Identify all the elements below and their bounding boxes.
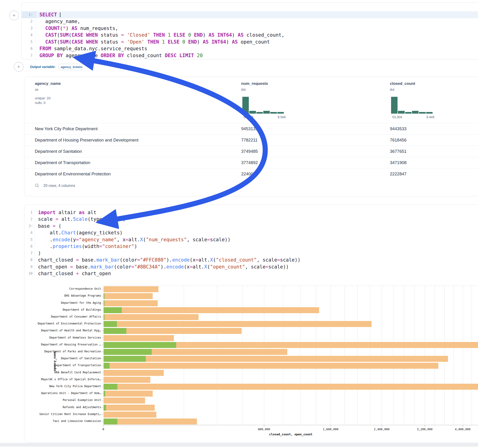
y-axis-label: Personal Exemption Unit (25, 398, 101, 402)
column-header-agency-name[interactable]: agency_name (35, 81, 61, 86)
code-line[interactable]: 2 agency_name, (22, 18, 478, 25)
bar-open-count (104, 349, 152, 355)
y-axis-tick (102, 352, 103, 352)
y-axis-tick (102, 296, 103, 296)
code-line[interactable]: 3▾base = ( (25, 223, 478, 230)
histogram-labels: 53,3049.5e6 (244, 115, 293, 119)
sql-code-editor[interactable]: 1▾SELECT 2 agency_name,3 COUNT(*) AS num… (22, 11, 478, 59)
bar-open-count (104, 356, 146, 362)
line-number: 1▾ (22, 11, 36, 18)
python-cell[interactable]: 1import altair as alt2scale = alt.Scale(… (24, 205, 478, 442)
x-axis-tick (264, 425, 264, 427)
column-header-closed-count[interactable]: closed_count (390, 81, 415, 86)
bar-closed-count (104, 418, 197, 424)
code-line[interactable]: 5 .encode(y="agency_name", x=alt.X("num_… (25, 236, 478, 243)
x-axis-tick (463, 425, 463, 427)
histogram-bar (398, 111, 404, 114)
y-axis-label: Taxi and Limousine Commission (25, 419, 101, 423)
bar-closed-count (104, 405, 155, 411)
code-line[interactable]: 4 CAST(SUM(CASE WHEN status = 'Closed' T… (22, 32, 478, 39)
add-cell-button[interactable]: + (14, 62, 23, 71)
code-line[interactable]: 5 CAST(SUM(CASE WHEN status = 'Open' THE… (22, 38, 478, 45)
column-type: str (35, 88, 38, 92)
collapse-chevron-icon[interactable]: ▾ (31, 14, 32, 16)
table-cell: Department of Housing Preservation and D… (35, 137, 138, 143)
line-number: 9 (25, 263, 35, 270)
code-line[interactable]: 10chart_closed + chart_open (25, 270, 478, 277)
y-axis-tick (102, 366, 103, 366)
gridline (444, 286, 445, 425)
column-stats: unique: 20nulls: 0 (35, 96, 50, 105)
code-line[interactable]: 6 .properties(width="container") (25, 243, 478, 250)
y-axis-label: Department of Health and Mental Hyg… (25, 329, 101, 332)
code-line[interactable]: 3 COUNT(*) AS num_requests, (22, 25, 478, 32)
gridline (370, 286, 370, 425)
table-cell: Department of Transportation (35, 160, 90, 165)
gridline (425, 286, 425, 425)
gridline (243, 286, 243, 425)
bar-open-count (104, 342, 176, 348)
bar-open-count (104, 363, 110, 369)
line-number: 4 (25, 230, 35, 236)
code-line[interactable]: 4 alt.Chart(agency_tickets) (25, 230, 478, 236)
line-number: 6 (25, 243, 35, 250)
gridline (357, 286, 358, 425)
column-header-num-requests[interactable]: num_requests (241, 81, 268, 86)
bar-closed-count (104, 384, 478, 390)
y-axis-label: Department of Sanitation (25, 357, 101, 360)
gridline (404, 286, 404, 425)
y-axis-label: Department of Consumer Affairs (25, 315, 101, 318)
code-line[interactable]: 7GROUP BY agency_name ORDER BY closed_co… (22, 52, 478, 59)
bar-closed-count (104, 370, 164, 376)
bar-open-count (104, 418, 117, 424)
table-preview: agency_name str unique: 20nulls: 0 num_r… (24, 77, 478, 196)
line-number: 7 (22, 52, 36, 59)
code-line[interactable]: 1import altair as alt (25, 209, 478, 216)
table-cell: 9443533 (390, 126, 407, 131)
sql-cell[interactable]: 1▾SELECT 2 agency_name,3 COUNT(*) AS num… (21, 2, 478, 59)
column-type: i64 (390, 88, 394, 92)
gridline (264, 286, 264, 425)
x-axis-tick (382, 425, 382, 427)
code-line[interactable]: 2scale = alt.Scale(type="sqrt") (25, 216, 478, 223)
bar-open-count (104, 307, 122, 313)
table-cell: 3677651 (390, 149, 407, 154)
code-line[interactable]: 6FROM sample_data.nyc.service_requests (22, 45, 478, 52)
bar-closed-count (104, 300, 158, 306)
table-row: New York City Police Department945313194… (25, 123, 478, 134)
histogram-labels: 53,3049.4e6 (392, 115, 442, 119)
page-background-strip (0, 443, 478, 447)
y-axis-tick (102, 380, 103, 380)
y-axis-title: agency_name (53, 351, 56, 371)
closed-count-histogram (391, 97, 433, 114)
y-axis-tick (102, 331, 103, 331)
y-axis-label: Department of Homeless Services (25, 336, 101, 339)
code-line[interactable]: 1▾SELECT (22, 11, 478, 18)
code-line[interactable]: 7) (25, 250, 478, 257)
table-cell: 7618456 (390, 137, 407, 143)
text-cursor (60, 12, 60, 17)
code-line[interactable]: 9chart_open = base.mark_bar(color="#8BC3… (25, 263, 478, 270)
python-code-editor[interactable]: 1import altair as alt2scale = alt.Scale(… (25, 209, 478, 277)
bar-closed-count (104, 293, 153, 299)
bar-closed-count (104, 307, 319, 313)
add-cell-button[interactable]: + (9, 11, 19, 20)
table-cell: 9453131 (241, 126, 258, 131)
y-axis-tick (102, 407, 103, 408)
y-axis-tick (102, 303, 103, 303)
x-axis-tick-label: 800,000 (258, 428, 270, 431)
gridline (415, 286, 415, 425)
search-icon[interactable] (35, 183, 39, 188)
output-variable-pill[interactable]: agency_tickets (58, 64, 83, 70)
line-number: 1 (25, 209, 35, 216)
output-variable-row: Output variable: agency_tickets (30, 62, 83, 72)
code-line[interactable]: 8chart_closed = base.mark_bar(color="#FF… (25, 257, 478, 264)
line-number: 10 (25, 270, 35, 277)
bar-chart-plot (103, 286, 478, 425)
gridline (283, 286, 283, 425)
collapse-chevron-icon[interactable]: ▾ (31, 225, 32, 227)
bar-closed-count (104, 356, 448, 362)
table-footer: 20 rows, 4 columns (35, 183, 75, 188)
y-axis-tick (102, 359, 103, 359)
y-axis-label: Mayorâ€ s Office of Special Enforce… (25, 378, 101, 381)
